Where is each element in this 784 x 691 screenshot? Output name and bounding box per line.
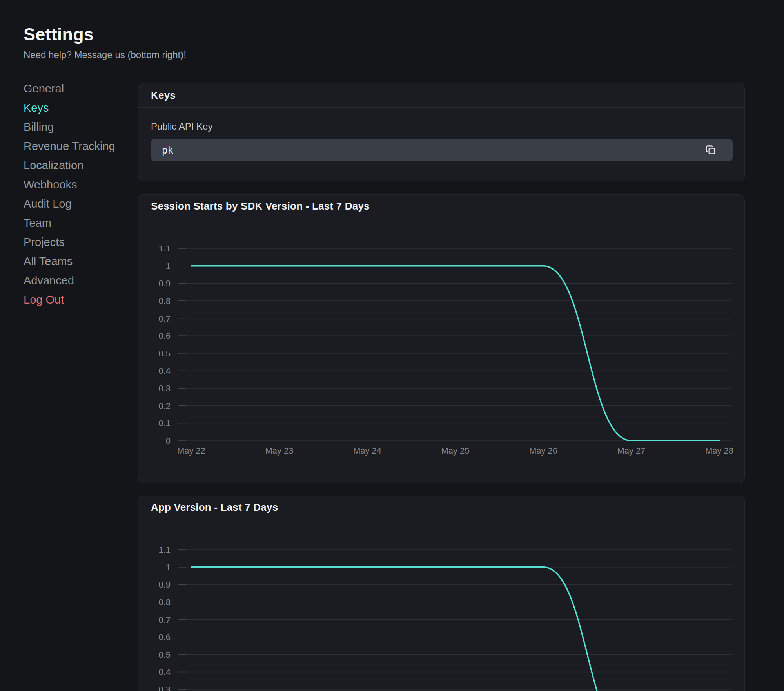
svg-text:May 27: May 27 <box>617 446 645 456</box>
keys-card-title: Keys <box>151 89 176 101</box>
sdk-version-chart-header: Session Starts by SDK Version - Last 7 D… <box>138 195 744 218</box>
keys-card: Keys Public API Key <box>138 83 745 181</box>
sdk-version-chart-body: 1.110.90.80.70.60.50.40.30.20.10May 22Ma… <box>138 218 744 483</box>
keys-card-body: Public API Key <box>138 108 744 161</box>
copy-api-key-button[interactable] <box>704 143 718 157</box>
settings-page: Settings Need help? Message us (bottom r… <box>0 0 784 691</box>
sidebar: GeneralKeysBillingRevenue TrackingLocali… <box>24 79 138 309</box>
sidebar-item-projects[interactable]: Projects <box>24 233 138 252</box>
svg-text:0: 0 <box>166 436 171 446</box>
page-subtitle: Need help? Message us (bottom right)! <box>24 49 784 60</box>
sidebar-item-revenue-tracking[interactable]: Revenue Tracking <box>24 137 138 156</box>
svg-text:May 23: May 23 <box>265 446 293 456</box>
svg-text:0.6: 0.6 <box>158 632 171 642</box>
svg-text:0.7: 0.7 <box>158 615 171 625</box>
page-header: Settings Need help? Message us (bottom r… <box>0 0 784 60</box>
svg-text:0.8: 0.8 <box>158 296 171 306</box>
app-version-chart-card: App Version - Last 7 Days 1.110.90.80.70… <box>138 496 745 691</box>
public-api-key-input[interactable] <box>151 139 733 161</box>
svg-text:1.1: 1.1 <box>158 545 171 555</box>
svg-text:May 24: May 24 <box>353 446 381 456</box>
sidebar-item-team[interactable]: Team <box>24 213 138 233</box>
sidebar-item-billing[interactable]: Billing <box>24 118 138 137</box>
svg-text:0.8: 0.8 <box>158 597 171 607</box>
public-api-key-label: Public API Key <box>151 121 732 132</box>
sdk-version-chart-card: Session Starts by SDK Version - Last 7 D… <box>138 194 745 483</box>
sidebar-item-advanced[interactable]: Advanced <box>24 271 138 290</box>
svg-text:0.5: 0.5 <box>158 650 171 660</box>
svg-text:May 22: May 22 <box>177 446 205 456</box>
svg-text:May 26: May 26 <box>529 446 557 456</box>
svg-text:0.7: 0.7 <box>158 314 171 324</box>
svg-text:0.9: 0.9 <box>158 279 171 288</box>
svg-text:0.4: 0.4 <box>158 667 171 677</box>
sidebar-item-general[interactable]: General <box>24 79 138 98</box>
sidebar-item-audit-log[interactable]: Audit Log <box>24 194 138 213</box>
sidebar-item-log-out[interactable]: Log Out <box>24 290 138 309</box>
app-version-chart-header: App Version - Last 7 Days <box>138 496 744 519</box>
public-api-key-field-wrap <box>151 139 732 161</box>
svg-text:0.6: 0.6 <box>158 331 171 341</box>
sidebar-item-all-teams[interactable]: All Teams <box>24 252 138 271</box>
svg-text:0.2: 0.2 <box>158 401 171 411</box>
svg-text:0.4: 0.4 <box>158 366 171 376</box>
app-version-chart-title: App Version - Last 7 Days <box>151 501 278 514</box>
sidebar-item-webhooks[interactable]: Webhooks <box>24 175 138 194</box>
svg-text:0.1: 0.1 <box>158 418 171 428</box>
svg-text:May 28: May 28 <box>705 446 733 456</box>
svg-text:1: 1 <box>166 261 171 271</box>
page-title: Settings <box>24 24 784 45</box>
svg-text:May 25: May 25 <box>441 446 469 456</box>
sidebar-item-keys[interactable]: Keys <box>24 98 138 118</box>
sidebar-item-localization[interactable]: Localization <box>24 156 138 175</box>
svg-text:1: 1 <box>166 563 171 572</box>
svg-text:0.3: 0.3 <box>158 383 171 393</box>
app-version-chart-body: 1.110.90.80.70.60.50.40.30.20.10May 22Ma… <box>138 519 744 691</box>
sdk-version-line-chart: 1.110.90.80.70.60.50.40.30.20.10May 22Ma… <box>138 218 745 483</box>
svg-text:1.1: 1.1 <box>158 244 171 253</box>
keys-card-header: Keys <box>138 83 744 108</box>
app-version-line-chart: 1.110.90.80.70.60.50.40.30.20.10May 22Ma… <box>138 519 745 691</box>
copy-icon <box>705 144 717 156</box>
content-column: Keys Public API Key <box>138 79 745 691</box>
svg-text:0.5: 0.5 <box>158 349 171 358</box>
main-layout: GeneralKeysBillingRevenue TrackingLocali… <box>0 79 784 691</box>
svg-text:0.3: 0.3 <box>158 685 171 691</box>
svg-text:0.9: 0.9 <box>158 580 171 590</box>
sdk-version-chart-title: Session Starts by SDK Version - Last 7 D… <box>151 200 370 212</box>
